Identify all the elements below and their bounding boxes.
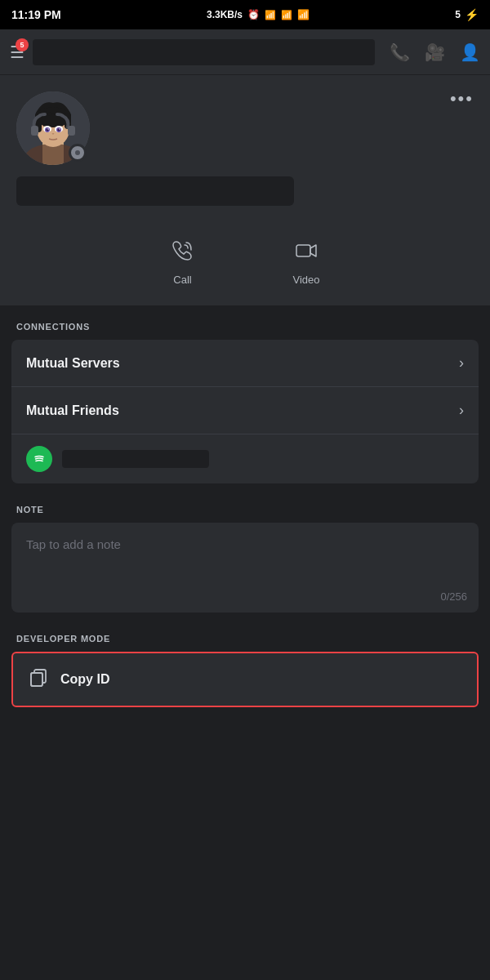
svg-rect-17 xyxy=(296,245,310,256)
status-dot xyxy=(74,149,82,157)
status-battery: 5 ⚡ xyxy=(455,8,479,21)
mutual-servers-chevron: › xyxy=(459,354,464,372)
call-icon xyxy=(170,238,194,269)
signal-icon: 📶 xyxy=(265,10,276,20)
mutual-friends-label: Mutual Friends xyxy=(26,403,119,418)
clock-icon: ⏰ xyxy=(247,9,260,20)
svg-point-13 xyxy=(47,128,48,129)
spotify-row xyxy=(11,434,479,483)
developer-mode-header: DEVELOPER MODE xyxy=(0,616,490,652)
copy-id-button[interactable]: Copy ID xyxy=(11,652,479,707)
svg-rect-16 xyxy=(68,126,75,136)
call-label: Call xyxy=(173,274,191,286)
spotify-username-bar xyxy=(62,450,209,468)
connections-section-header: CONNECTIONS xyxy=(0,307,490,340)
connections-card: Mutual Servers › Mutual Friends › xyxy=(11,340,479,483)
note-section-header: NOTE xyxy=(0,487,490,523)
note-placeholder-text: Tap to add a note xyxy=(26,537,121,551)
video-call-icon xyxy=(294,238,318,269)
mutual-servers-label: Mutual Servers xyxy=(26,356,120,371)
copy-icon xyxy=(28,666,49,693)
note-card[interactable]: Tap to add a note 0/256 xyxy=(11,523,479,612)
top-nav-bar: ☰ 5 📞 🎥 👤 xyxy=(0,29,490,75)
wifi-icon: 📶 xyxy=(297,9,310,20)
developer-mode-label: DEVELOPER MODE xyxy=(16,634,110,644)
svg-point-14 xyxy=(59,128,60,129)
avatar-container xyxy=(16,91,90,165)
connections-label: CONNECTIONS xyxy=(16,322,90,332)
username-display xyxy=(16,176,294,206)
mutual-friends-chevron: › xyxy=(459,402,464,419)
svg-point-18 xyxy=(32,452,47,466)
menu-button[interactable]: ☰ 5 xyxy=(10,42,24,62)
status-network: 3.3KB/s ⏰ 📶 📶 📶 xyxy=(207,9,310,20)
video-label: Video xyxy=(292,274,319,286)
battery-level: 5 xyxy=(455,9,461,20)
signal-icon2: 📶 xyxy=(281,10,292,20)
avatar-status-indicator xyxy=(69,144,87,162)
call-button[interactable]: Call xyxy=(170,238,194,286)
spotify-icon xyxy=(26,446,52,472)
mutual-friends-item[interactable]: Mutual Friends › xyxy=(11,387,479,434)
video-icon[interactable]: 🎥 xyxy=(425,42,445,62)
more-options-button[interactable]: ••• xyxy=(450,88,474,109)
status-time: 11:19 PM xyxy=(11,8,61,21)
copy-id-label: Copy ID xyxy=(60,672,109,687)
phone-icon[interactable]: 📞 xyxy=(390,42,410,62)
video-button[interactable]: Video xyxy=(292,238,319,286)
note-label: NOTE xyxy=(16,505,44,514)
profile-section: ••• xyxy=(0,75,490,222)
mutual-servers-item[interactable]: Mutual Servers › xyxy=(11,340,479,387)
svg-rect-20 xyxy=(31,673,42,686)
battery-icon: ⚡ xyxy=(465,8,479,21)
nav-badge: 5 xyxy=(16,38,29,51)
action-buttons-row: Call Video xyxy=(0,222,490,307)
note-counter: 0/256 xyxy=(440,590,467,603)
status-bar: 11:19 PM 3.3KB/s ⏰ 📶 📶 📶 5 ⚡ xyxy=(0,0,490,29)
search-bar[interactable] xyxy=(33,39,375,65)
person-icon[interactable]: 👤 xyxy=(460,42,480,62)
svg-rect-15 xyxy=(31,126,38,136)
nav-icons: 📞 🎥 👤 xyxy=(390,42,480,62)
